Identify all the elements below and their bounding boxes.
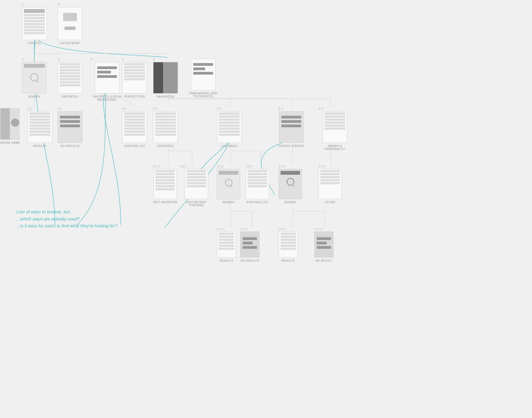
card-label-search: SEARCH bbox=[28, 95, 41, 98]
card-results-5-3-1-1: 5.3.1.1 RESULTS bbox=[279, 228, 298, 262]
card-number-for-you: 1 bbox=[22, 3, 24, 6]
card-frame-edit-recent-stations bbox=[185, 169, 208, 199]
card-genre-game: GENRE GAME bbox=[0, 107, 20, 144]
card-number-shows-personality: 5.4 bbox=[318, 107, 323, 110]
card-label-shows-personality: SHOWS & PERSONALITY bbox=[318, 145, 351, 151]
card-shows-personality: 5.4 SHOWS & PERSONALITY bbox=[318, 107, 351, 151]
card-number-live-radio: 5.2 bbox=[217, 107, 221, 110]
card-live-radio: 5.2 LIVE RADIO bbox=[217, 107, 242, 148]
card-label-results: RESULTS bbox=[33, 145, 47, 148]
card-frame-results-5-2-1-1 bbox=[217, 231, 236, 258]
card-perfect-for: 4 PERFECT FOR bbox=[122, 58, 147, 98]
card-number-navigation: 5 bbox=[153, 58, 155, 61]
card-number-search-5-3-1: 5.3.1 bbox=[279, 165, 285, 168]
card-label-onboarding: ONBOARDING (ADD TO PRESETS) bbox=[187, 92, 220, 98]
card-search: 2 SEARCH bbox=[22, 58, 47, 98]
card-number-edit-favorites: 5.1.1 bbox=[153, 165, 160, 168]
card-number-no-results-5-2-1-2: 5.2.1.2 bbox=[240, 228, 248, 230]
card-frame-no-results bbox=[58, 111, 82, 143]
card-number-favorites-log: 4 bbox=[91, 58, 92, 61]
card-create-station: 5.3 CREATE STATION bbox=[279, 107, 304, 148]
card-frame-search bbox=[22, 62, 47, 94]
card-number-results-5-2-1-1: 5.2.1.1 bbox=[217, 228, 225, 230]
card-label-edit-recent-stations: EDIT RECENT STATIONS bbox=[180, 201, 213, 207]
card-number-favorites: 3 bbox=[58, 58, 59, 61]
card-number-edit-recent-stations: 5.1.2 bbox=[180, 165, 186, 168]
card-label-genre-game: GENRE GAME bbox=[0, 141, 20, 144]
card-number-favorites-5-1: 5.1 bbox=[153, 107, 157, 110]
annotation-text: Lots of ways to browse, but... ...which … bbox=[16, 208, 117, 230]
card-label-search-5-2-1: SEARCH bbox=[222, 201, 235, 204]
card-label-edit-favorites: EDIT FAVORITES bbox=[153, 201, 177, 204]
card-number-stations-list: 4.1 bbox=[122, 107, 126, 110]
card-search-5-2-1: 5.2.1 SEARCH bbox=[217, 165, 240, 204]
card-onboarding: ONBOARDING (ADD TO PRESETS) bbox=[187, 58, 220, 98]
card-frame-search-5-3-1 bbox=[279, 169, 302, 199]
card-label-navigation: NAVIGATION bbox=[156, 95, 174, 98]
card-frame-perfect-for bbox=[122, 62, 147, 94]
card-label-favorites-log: FAVORITES (LOG IN MESSAGING) bbox=[91, 95, 124, 101]
card-results-5-2-1-1: 5.2.1.1 RESULTS bbox=[217, 228, 236, 262]
card-no-results-5-2-1-2: 5.2.1.2 NO RESULTS bbox=[240, 228, 259, 262]
card-stations-list-5-2-2: 5.2.2 STATIONS LIST bbox=[246, 165, 269, 204]
card-favorites: 3 FAVORITES bbox=[58, 58, 82, 98]
card-frame-edit-favorites bbox=[153, 169, 177, 199]
card-frame-shows-personality bbox=[323, 111, 347, 143]
card-frame-create-station bbox=[279, 111, 304, 143]
card-label-no-results-5-3-1-2: NO RESULT bbox=[316, 259, 332, 262]
card-frame-onboarding bbox=[191, 59, 215, 90]
annotation-line-1: Lots of ways to browse, but... bbox=[16, 208, 117, 216]
card-number-filter-5-4-1: 5.4.1 bbox=[318, 165, 325, 168]
card-number-no-results-5-3-1-2: 5.3.1.2 bbox=[314, 228, 322, 230]
card-number-search-5-2-1: 5.2.1 bbox=[217, 165, 223, 168]
card-label-no-results-5-2-1-2: NO RESULTS bbox=[240, 259, 259, 262]
card-favorites-5-1: 5.1 FAVORITES bbox=[153, 107, 178, 148]
card-edit-recent-stations: 5.1.2 EDIT RECENT STATIONS bbox=[180, 165, 213, 207]
card-frame-stations-list bbox=[122, 111, 147, 143]
card-navigation: 5 NAVIGATION bbox=[153, 58, 178, 98]
card-frame-search-5-2-1 bbox=[217, 169, 240, 199]
card-results: 2.1 RESULTS bbox=[27, 107, 52, 148]
card-number-no-results: 2.2 bbox=[58, 107, 62, 110]
card-stations-list: 4.1 STATIONS LIST bbox=[122, 107, 147, 148]
card-frame-genre-game bbox=[0, 108, 19, 140]
card-frame-favorites-5-1 bbox=[153, 111, 178, 143]
card-number-search: 2 bbox=[22, 58, 24, 61]
card-edit-favorites: 5.1.1 EDIT FAVORITES bbox=[153, 165, 177, 204]
card-frame-navigation bbox=[153, 62, 178, 94]
card-label-listen-now: LISTEN NOW? bbox=[60, 42, 80, 45]
card-no-results-5-3-1-2: 5.3.1.2 NO RESULT bbox=[314, 228, 334, 262]
card-label-stations-list: STATIONS LIST bbox=[124, 145, 145, 148]
card-label-no-results: NO RESULTS bbox=[61, 145, 79, 148]
card-label-for-you: FOR YOU bbox=[28, 42, 41, 45]
card-label-perfect-for: PERFECT FOR bbox=[124, 95, 145, 98]
card-number-listen-now: B bbox=[58, 3, 60, 6]
card-filter-5-4-1: 5.4.1 FILTER bbox=[318, 165, 342, 204]
card-label-favorites: FAVORITES bbox=[62, 95, 78, 98]
card-label-create-station: CREATE STATION bbox=[279, 145, 304, 148]
card-favorites-log: 4 FAVORITES (LOG IN MESSAGING) bbox=[91, 58, 124, 101]
card-frame-results-5-3-1-1 bbox=[279, 231, 298, 258]
card-frame-favorites-log bbox=[95, 62, 119, 94]
card-number-create-station: 5.3 bbox=[279, 107, 283, 110]
card-frame-filter-5-4-1 bbox=[318, 169, 342, 199]
card-for-you: 1 FOR YOU bbox=[22, 3, 47, 45]
card-listen-now: B LISTEN NOW? bbox=[58, 3, 82, 45]
card-label-search-5-3-1: SEARCH bbox=[284, 201, 296, 204]
card-number-stations-list-5-2-2: 5.2.2 bbox=[246, 165, 252, 168]
card-number-results: 2.1 bbox=[27, 107, 32, 110]
card-frame-favorites bbox=[58, 62, 82, 94]
card-frame-no-results-5-2-1-2 bbox=[240, 231, 259, 258]
card-search-5-3-1: 5.3.1 SEARCH bbox=[279, 165, 302, 204]
card-label-results-5-3-1-1: RESULTS bbox=[282, 259, 295, 262]
card-no-results: 2.2 NO RESULTS bbox=[58, 107, 82, 148]
card-frame-for-you bbox=[22, 7, 47, 40]
card-label-filter-5-4-1: FILTER bbox=[325, 201, 335, 204]
annotation-line-2: ...which ways are actually used? bbox=[16, 216, 117, 223]
card-frame-no-results-5-3-1-2 bbox=[314, 231, 334, 258]
card-label-favorites-5-1: FAVORITES bbox=[157, 145, 174, 148]
card-label-stations-list-5-2-2: STATIONS LIST bbox=[247, 201, 268, 204]
card-frame-results bbox=[27, 111, 52, 143]
annotation-line-3: ...is it easy for users to find what the… bbox=[16, 222, 117, 230]
card-frame-live-radio bbox=[217, 111, 242, 143]
